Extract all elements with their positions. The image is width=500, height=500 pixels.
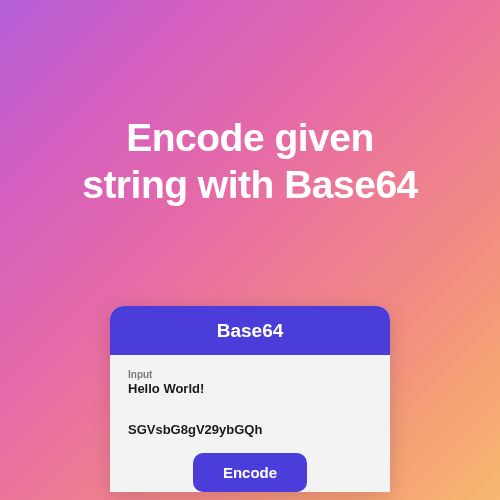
- heading-line-2: string with Base64: [82, 163, 418, 206]
- input-label: Input: [128, 369, 372, 380]
- input-field[interactable]: Hello World!: [128, 381, 372, 396]
- output-value: SGVsbG8gV29ybGQh: [128, 422, 372, 437]
- base64-card: Base64 Input Hello World! SGVsbG8gV29ybG…: [110, 306, 390, 492]
- page-heading: Encode given string with Base64: [0, 115, 500, 209]
- encode-button[interactable]: Encode: [193, 453, 307, 492]
- card-body: Input Hello World! SGVsbG8gV29ybGQh Enco…: [110, 355, 390, 492]
- card-title: Base64: [110, 306, 390, 355]
- heading-line-1: Encode given: [126, 116, 374, 159]
